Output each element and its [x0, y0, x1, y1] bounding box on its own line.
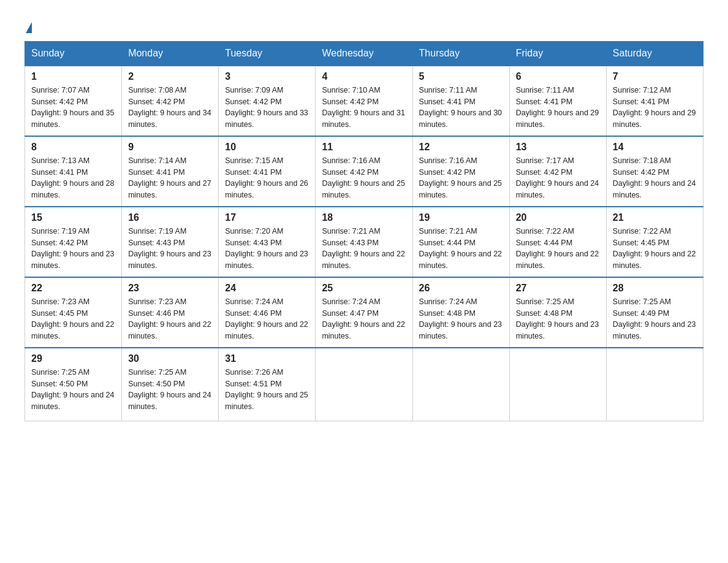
sunrise-label: Sunrise: 7:17 AM — [516, 156, 574, 165]
weekday-header-tuesday: Tuesday — [219, 41, 316, 66]
sunset-label: Sunset: 4:42 PM — [31, 98, 88, 106]
sunset-label: Sunset: 4:42 PM — [322, 98, 378, 106]
daylight-label: Daylight: 9 hours and 28 minutes. — [31, 179, 115, 199]
calendar-cell: 26Sunrise: 7:24 AMSunset: 4:48 PMDayligh… — [412, 277, 509, 348]
weekday-header-friday: Friday — [509, 41, 606, 66]
daylight-label: Daylight: 9 hours and 23 minutes. — [613, 320, 696, 340]
calendar-cell: 5Sunrise: 7:11 AMSunset: 4:41 PMDaylight… — [412, 66, 509, 136]
sunrise-label: Sunrise: 7:24 AM — [225, 297, 283, 306]
sunrise-label: Sunrise: 7:10 AM — [322, 86, 380, 94]
daylight-label: Daylight: 9 hours and 22 minutes. — [225, 320, 308, 340]
day-number: 26 — [419, 283, 503, 294]
sunrise-label: Sunrise: 7:13 AM — [31, 156, 89, 165]
day-number: 23 — [128, 283, 212, 294]
calendar-week-row: 1Sunrise: 7:07 AMSunset: 4:42 PMDaylight… — [25, 66, 703, 136]
day-info: Sunrise: 7:12 AMSunset: 4:41 PMDaylight:… — [613, 85, 697, 131]
weekday-header-monday: Monday — [122, 41, 219, 66]
sunset-label: Sunset: 4:48 PM — [516, 309, 572, 318]
daylight-label: Daylight: 9 hours and 23 minutes. — [31, 250, 115, 270]
day-number: 7 — [613, 71, 697, 82]
day-info: Sunrise: 7:13 AMSunset: 4:41 PMDaylight:… — [31, 155, 115, 201]
calendar-cell: 4Sunrise: 7:10 AMSunset: 4:42 PMDaylight… — [316, 66, 412, 136]
daylight-label: Daylight: 9 hours and 31 minutes. — [322, 109, 405, 129]
sunset-label: Sunset: 4:43 PM — [128, 239, 184, 247]
sunset-label: Sunset: 4:50 PM — [128, 380, 184, 388]
day-info: Sunrise: 7:11 AMSunset: 4:41 PMDaylight:… — [419, 85, 503, 131]
sunset-label: Sunset: 4:45 PM — [31, 309, 88, 318]
day-number: 21 — [613, 212, 697, 223]
day-number: 2 — [128, 71, 212, 82]
day-info: Sunrise: 7:26 AMSunset: 4:51 PMDaylight:… — [225, 367, 309, 413]
daylight-label: Daylight: 9 hours and 34 minutes. — [128, 109, 211, 129]
sunset-label: Sunset: 4:42 PM — [322, 168, 378, 177]
day-info: Sunrise: 7:25 AMSunset: 4:48 PMDaylight:… — [516, 296, 600, 342]
calendar-cell: 15Sunrise: 7:19 AMSunset: 4:42 PMDayligh… — [25, 207, 122, 277]
calendar-table: SundayMondayTuesdayWednesdayThursdayFrid… — [25, 41, 703, 422]
day-info: Sunrise: 7:25 AMSunset: 4:50 PMDaylight:… — [128, 367, 212, 413]
calendar-cell: 19Sunrise: 7:21 AMSunset: 4:44 PMDayligh… — [412, 207, 509, 277]
calendar-cell: 13Sunrise: 7:17 AMSunset: 4:42 PMDayligh… — [509, 136, 606, 207]
day-number: 16 — [128, 212, 212, 223]
day-info: Sunrise: 7:08 AMSunset: 4:42 PMDaylight:… — [128, 85, 212, 131]
daylight-label: Daylight: 9 hours and 25 minutes. — [225, 391, 308, 411]
calendar-cell: 11Sunrise: 7:16 AMSunset: 4:42 PMDayligh… — [316, 136, 412, 207]
sunrise-label: Sunrise: 7:23 AM — [128, 297, 186, 306]
day-number: 15 — [31, 212, 115, 223]
daylight-label: Daylight: 9 hours and 26 minutes. — [225, 179, 308, 199]
daylight-label: Daylight: 9 hours and 25 minutes. — [419, 179, 502, 199]
sunrise-label: Sunrise: 7:26 AM — [225, 368, 283, 377]
day-info: Sunrise: 7:09 AMSunset: 4:42 PMDaylight:… — [225, 85, 309, 131]
sunset-label: Sunset: 4:41 PM — [613, 98, 669, 106]
calendar-cell: 30Sunrise: 7:25 AMSunset: 4:50 PMDayligh… — [122, 348, 219, 421]
sunset-label: Sunset: 4:51 PM — [225, 380, 281, 388]
calendar-cell: 1Sunrise: 7:07 AMSunset: 4:42 PMDaylight… — [25, 66, 122, 136]
day-number: 29 — [31, 353, 115, 364]
calendar-week-row: 22Sunrise: 7:23 AMSunset: 4:45 PMDayligh… — [25, 277, 703, 348]
calendar-cell: 12Sunrise: 7:16 AMSunset: 4:42 PMDayligh… — [412, 136, 509, 207]
logo-triangle-icon — [26, 22, 32, 33]
sunset-label: Sunset: 4:41 PM — [225, 168, 281, 177]
daylight-label: Daylight: 9 hours and 24 minutes. — [613, 179, 696, 199]
day-number: 13 — [516, 142, 600, 153]
sunrise-label: Sunrise: 7:22 AM — [613, 227, 671, 236]
day-number: 3 — [225, 71, 309, 82]
sunrise-label: Sunrise: 7:25 AM — [516, 297, 574, 306]
calendar-cell: 8Sunrise: 7:13 AMSunset: 4:41 PMDaylight… — [25, 136, 122, 207]
sunset-label: Sunset: 4:41 PM — [128, 168, 184, 177]
sunrise-label: Sunrise: 7:21 AM — [322, 227, 380, 236]
daylight-label: Daylight: 9 hours and 22 minutes. — [613, 250, 696, 270]
sunset-label: Sunset: 4:42 PM — [613, 168, 669, 177]
day-number: 28 — [613, 283, 697, 294]
daylight-label: Daylight: 9 hours and 23 minutes. — [516, 320, 599, 340]
sunrise-label: Sunrise: 7:21 AM — [419, 227, 477, 236]
day-info: Sunrise: 7:16 AMSunset: 4:42 PMDaylight:… — [419, 155, 503, 201]
daylight-label: Daylight: 9 hours and 22 minutes. — [322, 320, 405, 340]
calendar-cell — [316, 348, 412, 421]
sunset-label: Sunset: 4:48 PM — [419, 309, 476, 318]
calendar-week-row: 29Sunrise: 7:25 AMSunset: 4:50 PMDayligh… — [25, 348, 703, 421]
sunrise-label: Sunrise: 7:19 AM — [31, 227, 89, 236]
day-number: 31 — [225, 353, 309, 364]
sunrise-label: Sunrise: 7:19 AM — [128, 227, 186, 236]
daylight-label: Daylight: 9 hours and 29 minutes. — [613, 109, 696, 129]
daylight-label: Daylight: 9 hours and 24 minutes. — [516, 179, 599, 199]
calendar-cell: 29Sunrise: 7:25 AMSunset: 4:50 PMDayligh… — [25, 348, 122, 421]
day-info: Sunrise: 7:07 AMSunset: 4:42 PMDaylight:… — [31, 85, 115, 131]
day-info: Sunrise: 7:24 AMSunset: 4:47 PMDaylight:… — [322, 296, 406, 342]
logo-general-row — [25, 18, 32, 35]
calendar-cell: 6Sunrise: 7:11 AMSunset: 4:41 PMDaylight… — [509, 66, 606, 136]
sunset-label: Sunset: 4:41 PM — [419, 98, 476, 106]
calendar-cell: 27Sunrise: 7:25 AMSunset: 4:48 PMDayligh… — [509, 277, 606, 348]
sunrise-label: Sunrise: 7:11 AM — [419, 86, 477, 94]
sunrise-label: Sunrise: 7:16 AM — [419, 156, 477, 165]
sunset-label: Sunset: 4:46 PM — [225, 309, 281, 318]
day-info: Sunrise: 7:25 AMSunset: 4:49 PMDaylight:… — [613, 296, 697, 342]
day-number: 18 — [322, 212, 406, 223]
sunrise-label: Sunrise: 7:15 AM — [225, 156, 283, 165]
daylight-label: Daylight: 9 hours and 25 minutes. — [322, 179, 405, 199]
day-number: 30 — [128, 353, 212, 364]
day-number: 9 — [128, 142, 212, 153]
day-info: Sunrise: 7:24 AMSunset: 4:48 PMDaylight:… — [419, 296, 503, 342]
calendar-cell: 24Sunrise: 7:24 AMSunset: 4:46 PMDayligh… — [219, 277, 316, 348]
sunset-label: Sunset: 4:44 PM — [419, 239, 476, 247]
